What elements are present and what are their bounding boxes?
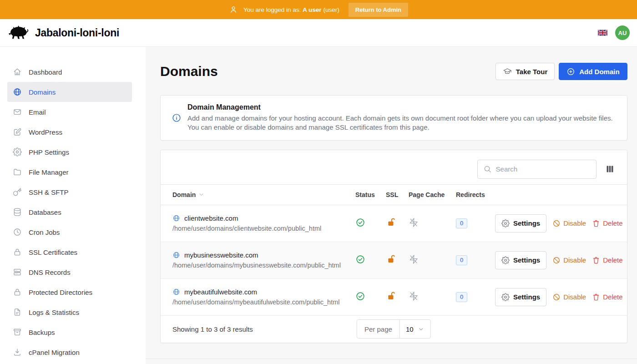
sidebar-item-cpanel-migration[interactable]: cPanel Migration [7,342,132,362]
domain-name: mybusinesswebsite.com [184,251,258,259]
domain-path: /home/user/domains/clientwebsite.com/pub… [172,225,355,232]
disable-button[interactable]: Disable [552,219,586,228]
search-input[interactable] [496,165,591,173]
sidebar-item-dns-records[interactable]: DNS Records [7,262,132,282]
sidebar-item-email[interactable]: Email [7,102,132,122]
status-check-circle-icon [355,254,365,264]
delete-button[interactable]: Delete [592,256,622,264]
sidebar-item-php-settings[interactable]: PHP Settings [7,142,132,162]
column-header-page-cache: Page Cache [409,191,456,198]
server-icon [13,268,22,277]
info-icon [172,113,182,123]
column-header-status: Status [355,191,386,198]
domain-name: clientwebsite.com [184,214,238,222]
table-row: clientwebsite.com /home/user/domains/cli… [161,205,627,242]
info-card-description: Add and manage domains for your hosting … [187,114,613,132]
banner-message: You are logged in as: A user (user) [243,6,339,13]
columns-icon [605,164,615,174]
edit-pencil-icon [13,127,22,136]
lock-icon [13,248,22,257]
delete-button[interactable]: Delete [592,293,622,301]
sidebar-item-protected-directories[interactable]: Protected Directories [7,282,132,302]
gear-icon [501,256,510,264]
chevron-down-icon [418,326,425,333]
status-check-circle-icon [355,217,365,228]
sidebar-item-dashboard[interactable]: Dashboard [7,62,132,82]
redirects-count-badge: 0 [456,218,467,228]
uk-flag-icon[interactable] [598,30,607,36]
banner-user-name: A user [303,6,322,13]
domain-cell: mybusinesswebsite.com /home/user/domains… [172,251,355,269]
redirects-count-badge: 0 [456,255,467,265]
impersonation-banner: You are logged in as: A user (user) Retu… [0,0,637,19]
domain-cell: clientwebsite.com /home/user/domains/cli… [172,214,355,232]
table-row: mybusinesswebsite.com /home/user/domains… [161,242,627,279]
sidebar-item-cron-jobs[interactable]: Cron Jobs [7,222,132,242]
take-tour-button[interactable]: Take Tour [495,63,555,80]
domain-path: /home/user/domains/mybeautifulwebsite.co… [172,298,355,306]
table-footer: Showing 1 to 3 of 3 results Per page 10 [161,316,627,343]
graduation-cap-icon [503,67,512,76]
sort-chevron-down-icon [198,191,205,198]
settings-button[interactable]: Settings [495,288,546,306]
ssl-unlocked-icon [386,254,396,264]
archive-box-icon [13,328,22,337]
column-header-ssl: SSL [386,191,409,198]
status-check-circle-icon [355,291,365,301]
sidebar-item-file-manager[interactable]: File Manager [7,162,132,182]
per-page-select[interactable]: 10 [400,320,430,338]
page-cache-off-icon [409,291,419,301]
brand-title: Jabaloni-loni-loni [35,27,119,39]
gear-icon [13,147,22,157]
column-header-domain[interactable]: Domain [172,191,355,198]
per-page-label: Per page [357,320,400,338]
sidebar-item-wordpress[interactable]: WordPress [7,122,132,142]
ban-icon [552,293,561,301]
database-icon [13,207,22,217]
delete-button[interactable]: Delete [592,219,622,228]
sidebar-item-databases[interactable]: Databases [7,202,132,222]
domain-path: /home/user/domains/mybusinesswebsite.com… [172,262,355,269]
sidebar: Dashboard Domains Email WordPress PHP Se… [0,47,146,364]
sidebar-item-backups[interactable]: Backups [7,322,132,342]
globe-icon [172,214,180,222]
disable-button[interactable]: Disable [552,256,586,264]
download-icon [13,348,22,357]
user-icon [229,5,238,14]
sidebar-item-ssh-sftp[interactable]: SSH & SFTP [7,182,132,202]
main-content: Domains Take Tour Add Domain Domain Mana… [146,47,637,364]
page-title: Domains [160,64,218,79]
sidebar-item-domains[interactable]: Domains [7,82,132,102]
gear-icon [501,293,510,301]
clock-icon [13,228,22,237]
trash-icon [592,256,600,264]
sidebar-item-logs-statistics[interactable]: Logs & Statistics [7,302,132,322]
sidebar-item-ssl-certificates[interactable]: SSL Certificates [7,242,132,262]
table-row: mybeautifulwebsite.com /home/user/domain… [161,279,627,316]
search-icon [483,165,492,173]
trash-icon [592,219,600,228]
avatar[interactable]: AU [615,25,630,40]
table-header-row: Domain Status SSL Page Cache Redirects [161,184,627,205]
globe-icon [172,288,180,296]
trash-icon [592,293,600,301]
gear-icon [501,219,510,228]
globe-icon [172,251,180,259]
banner-user-role: (user) [323,6,339,13]
settings-button[interactable]: Settings [495,214,546,233]
ban-icon [552,219,561,228]
column-settings-button[interactable] [605,164,615,174]
ssl-unlocked-icon [386,291,396,301]
settings-button[interactable]: Settings [495,251,546,269]
return-to-admin-button[interactable]: Return to Admin [349,3,408,17]
disable-button[interactable]: Disable [552,293,586,301]
results-summary: Showing 1 to 3 of 3 results [172,325,253,333]
add-domain-button[interactable]: Add Domain [559,63,627,80]
lock-icon [13,288,22,297]
ssl-unlocked-icon [386,217,396,228]
brand: Jabaloni-loni-loni [7,25,119,41]
redirects-count-badge: 0 [456,292,467,302]
domains-table-card: Domain Status SSL Page Cache Redirects c… [160,150,627,343]
page-cache-off-icon [409,217,419,228]
domain-name: mybeautifulwebsite.com [184,288,257,296]
